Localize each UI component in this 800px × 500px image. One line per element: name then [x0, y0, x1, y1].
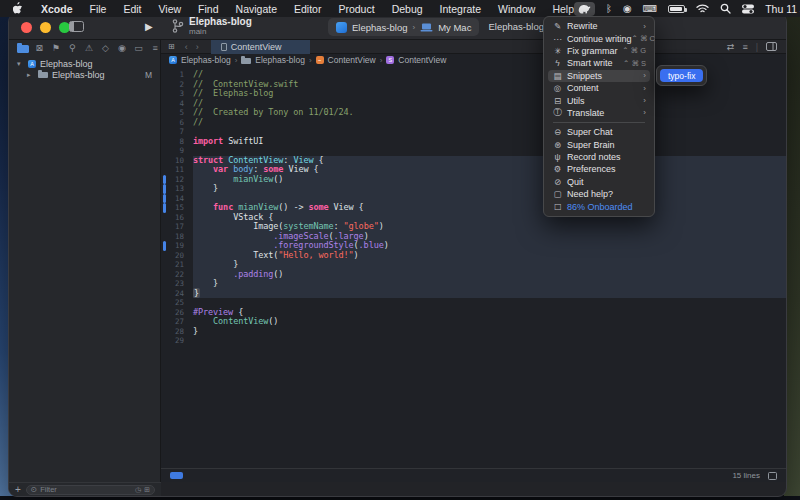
code-line: 3// Elephas-blog — [161, 89, 786, 99]
menu-item-label: Utils — [567, 96, 585, 106]
recent-files-icon[interactable]: ◷ — [135, 486, 141, 494]
menubar-item-file[interactable]: File — [90, 3, 107, 15]
menubar-clock[interactable]: Thu 11 Jan 11:13 PM — [765, 3, 800, 15]
tests-icon[interactable]: ◇ — [101, 43, 111, 53]
breadcrumb-segment[interactable]: Elephas-blog — [255, 55, 305, 65]
line-number: 5 — [161, 108, 193, 118]
super-chat-icon: ⊖ — [552, 127, 563, 137]
menu-item-label: Record notes — [567, 152, 621, 162]
now-playing-icon[interactable]: ◉ — [623, 2, 632, 16]
reports-icon[interactable]: ≡ — [150, 43, 160, 53]
line-number: 17 — [161, 222, 193, 232]
breadcrumb-segment[interactable]: Elephas-blog — [181, 55, 231, 65]
menubar-item-view[interactable]: View — [159, 3, 182, 15]
bluetooth-icon[interactable]: ᛒ — [606, 2, 612, 16]
menu-item-record-notes[interactable]: ψRecord notes — [548, 151, 650, 163]
fix-grammar-icon: ✳ — [552, 46, 563, 56]
line-indicator-icon[interactable] — [170, 472, 183, 479]
menubar-item-integrate[interactable]: Integrate — [440, 3, 481, 15]
add-editor-icon[interactable] — [766, 42, 777, 51]
bookmarks-icon[interactable]: ⚑ — [51, 43, 61, 53]
branch-name: main — [189, 27, 252, 36]
menu-item-super-chat[interactable]: ⊖Super Chat — [548, 126, 650, 138]
window-controls — [21, 22, 70, 33]
add-item-button[interactable]: + — [15, 484, 21, 495]
related-items-icon[interactable]: ⊞ — [168, 42, 175, 51]
tab-contentview[interactable]: ContentView — [211, 40, 310, 54]
code-line: 29 — [161, 336, 786, 346]
breadcrumb-chevron-icon: › — [309, 56, 312, 65]
spotlight-search-icon[interactable] — [720, 2, 731, 16]
menu-item-preferences[interactable]: ⚙Preferences — [548, 163, 650, 175]
breakpoints-icon[interactable]: ▭ — [134, 43, 144, 53]
menubar-item-edit[interactable]: Edit — [123, 3, 141, 15]
keyboard-icon[interactable]: ⌨ — [643, 2, 657, 16]
tree-row-project-root[interactable]: ▾ A Elephas-blog — [9, 58, 160, 69]
tree-row-group[interactable]: ▸ Elephas-blog M — [9, 69, 160, 80]
breadcrumb-segment[interactable]: ContentView — [398, 55, 446, 65]
navigator-tab-strip: ⊠⚑⚲⚠◇◉▭≡ — [9, 40, 160, 55]
menubar-item-help[interactable]: Help — [552, 3, 574, 15]
menu-item-utils[interactable]: ⊟Utils› — [548, 94, 650, 106]
menu-item-snippets[interactable]: ▤Snippets› — [548, 70, 650, 82]
menubar-item-product[interactable]: Product — [338, 3, 374, 15]
menubar-item-debug[interactable]: Debug — [392, 3, 423, 15]
back-button[interactable]: ‹ — [185, 42, 188, 52]
run-button[interactable]: ▶ — [145, 21, 153, 32]
activity-status-text: Elephas-blog — [489, 21, 544, 32]
menu-item-super-brain[interactable]: ⊛Super Brain — [548, 139, 650, 151]
apple-menu-icon[interactable] — [13, 2, 24, 15]
line-number: 18 — [161, 232, 193, 242]
scm-filter-icon[interactable]: ⊞ — [144, 486, 150, 494]
wifi-icon[interactable] — [696, 2, 709, 16]
find-navigator-icon[interactable]: ⚲ — [68, 43, 78, 53]
code-line: 6// — [161, 118, 786, 128]
code-review-icon[interactable]: ⇄ — [727, 42, 735, 52]
minimize-window-button[interactable] — [40, 22, 51, 33]
battery-icon[interactable] — [668, 2, 685, 16]
menubar-item-xcode[interactable]: Xcode — [41, 3, 73, 15]
scm-branch-info[interactable]: Elephas-blog main — [172, 16, 252, 36]
forward-button[interactable]: › — [196, 42, 199, 52]
line-number: 6 — [161, 118, 193, 128]
menubar-item-navigate[interactable]: Navigate — [236, 3, 277, 15]
minimap-icon[interactable]: ≡ — [742, 42, 747, 52]
issues-icon[interactable]: ⚠ — [84, 43, 94, 53]
disclosure-open-icon[interactable]: ▾ — [17, 60, 24, 68]
source-control-icon[interactable]: ⊠ — [34, 43, 44, 53]
onboarding-progress-icon: ☐ — [552, 202, 563, 212]
breadcrumb-chevron-icon: › — [235, 56, 238, 65]
close-window-button[interactable] — [21, 22, 32, 33]
code-line: 22 .padding() — [161, 270, 786, 280]
menu-item-content[interactable]: ◎Content› — [548, 82, 650, 94]
menu-item-fix-grammar[interactable]: ✳Fix grammar⌃ ⌘ G — [548, 45, 650, 57]
menu-item-onboarding-progress[interactable]: ☐86% Onboarded — [548, 200, 650, 212]
menubar-item-window[interactable]: Window — [498, 3, 535, 15]
menubar-item-find[interactable]: Find — [198, 3, 218, 15]
filter-field[interactable]: ⊙ Filter ◷ ⊞ — [26, 485, 155, 495]
scheme-selector[interactable]: Elephas-blog › My Mac — [328, 18, 479, 36]
control-center-icon[interactable] — [742, 2, 754, 16]
menu-item-translate[interactable]: ⓉTranslate› — [548, 107, 650, 119]
elephas-menubar-icon[interactable] — [574, 2, 595, 16]
code-line: 25 — [161, 298, 786, 308]
menubar-item-editor[interactable]: Editor — [294, 3, 321, 15]
debug-navigator-icon[interactable]: ◉ — [117, 43, 127, 53]
code-line: 8import SwiftUI — [161, 137, 786, 147]
menu-item-label: Super Chat — [567, 127, 613, 137]
menu-item-need-help[interactable]: ▢Need help? — [548, 188, 650, 200]
menu-item-smart-write[interactable]: ϟSmart write⌃ ⌘ S — [548, 57, 650, 69]
breadcrumb-segment[interactable]: ContentView — [328, 55, 376, 65]
menu-item-continue-writing[interactable]: ⋯Continue writing⌃ ⌘ C — [548, 32, 650, 44]
toolbar-separator: | — [756, 42, 758, 52]
swift-file-icon — [221, 43, 227, 51]
line-number: 8 — [161, 137, 193, 147]
project-navigator-icon[interactable] — [17, 44, 27, 53]
menu-item-rewrite[interactable]: ✎Rewrite› — [548, 20, 650, 32]
toggle-navigator-icon[interactable] — [69, 21, 84, 32]
source-editor[interactable]: 1//2// ContentView.swift3// Elephas-blog… — [161, 66, 786, 468]
disclosure-closed-icon[interactable]: ▸ — [27, 71, 34, 79]
menu-item-quit[interactable]: ⊘Quit — [548, 176, 650, 188]
submenu-item-typo-fix[interactable]: typo-fix — [660, 69, 703, 82]
adjust-editor-icon[interactable] — [768, 472, 777, 480]
